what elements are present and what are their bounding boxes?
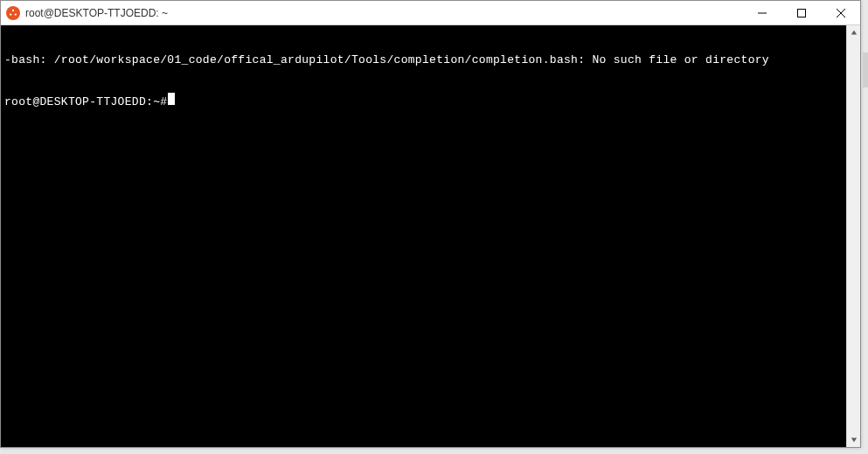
close-button[interactable] <box>821 1 860 25</box>
maximize-button[interactable] <box>781 1 821 25</box>
window-controls <box>742 1 860 25</box>
scroll-up-button[interactable] <box>847 25 861 39</box>
terminal-content[interactable]: -bash: /root/workspace/01_code/offical_a… <box>1 25 846 447</box>
terminal-prompt: root@DESKTOP-TTJOEDD:~# <box>4 95 167 108</box>
svg-point-1 <box>10 13 11 15</box>
svg-point-2 <box>15 13 17 15</box>
svg-point-0 <box>12 9 14 10</box>
terminal-area: -bash: /root/workspace/01_code/offical_a… <box>1 25 860 447</box>
minimize-button[interactable] <box>742 1 781 25</box>
svg-rect-4 <box>797 9 805 17</box>
svg-marker-8 <box>851 438 857 443</box>
terminal-window: root@DESKTOP-TTJOEDD: ~ -bash: /root/wor… <box>0 0 861 448</box>
window-title: root@DESKTOP-TTJOEDD: ~ <box>25 7 742 19</box>
terminal-cursor <box>168 93 175 105</box>
background-window-fragment <box>863 52 868 87</box>
terminal-output-line: -bash: /root/workspace/01_code/offical_a… <box>4 53 843 66</box>
vertical-scrollbar[interactable] <box>846 25 860 447</box>
ubuntu-icon <box>6 6 20 20</box>
terminal-prompt-line: root@DESKTOP-TTJOEDD:~# <box>4 93 843 108</box>
svg-marker-7 <box>851 31 857 35</box>
scroll-down-button[interactable] <box>847 433 861 447</box>
titlebar[interactable]: root@DESKTOP-TTJOEDD: ~ <box>1 1 860 25</box>
